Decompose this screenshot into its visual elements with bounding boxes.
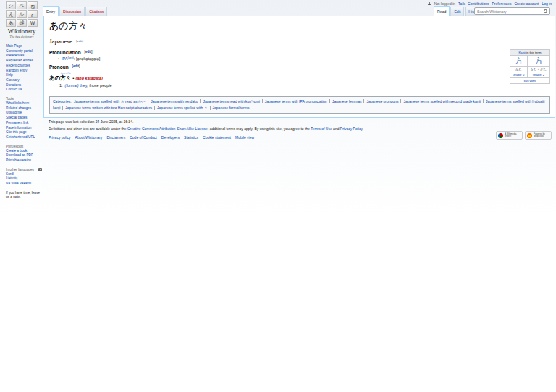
- talk-link[interactable]: Talk: [458, 1, 465, 6]
- category-link[interactable]: Japanese terms read with kun’yomi: [203, 99, 259, 103]
- cc-license-link[interactable]: Creative Commons Attribution-ShareAlike …: [127, 127, 208, 131]
- sidebar-item-printable-version[interactable]: Printable version: [6, 158, 42, 163]
- formal-label-link[interactable]: (formal): [65, 83, 79, 88]
- kanji-yomi: kun’yomi: [510, 78, 550, 84]
- pronunciation-heading: Pronunciation: [49, 50, 81, 55]
- sidebar-language-lietuviu[interactable]: Lietuvių: [6, 176, 42, 182]
- edit-section-japanese[interactable]: [edit]: [76, 39, 83, 43]
- gloss-they-link[interactable]: they: [80, 83, 87, 88]
- sidebar-item-cite-this-page[interactable]: Cite this page: [6, 130, 42, 135]
- search-icon[interactable]: [543, 9, 548, 14]
- footer-code-of-conduct-link[interactable]: Code of Conduct: [130, 135, 157, 140]
- last-edited-text: This page was last edited on 24 June 202…: [49, 119, 551, 124]
- footer-statistics-link[interactable]: Statistics: [184, 135, 198, 140]
- logo-tile: W: [28, 19, 38, 27]
- sidebar-item-download-as-pdf[interactable]: Download as PDF: [6, 153, 42, 158]
- sidebar-item-what-links-here[interactable]: What links here: [6, 101, 42, 106]
- tab-edit[interactable]: Edit: [450, 7, 464, 16]
- wikimedia-icon: [498, 133, 503, 138]
- category-link[interactable]: Japanese terms spelled with second grade…: [403, 99, 480, 103]
- contributions-link[interactable]: Contributions: [468, 1, 489, 6]
- edit-section-pronoun[interactable]: [edit]: [72, 64, 80, 68]
- category-link[interactable]: Japanese terms with rendaku: [151, 99, 198, 103]
- sidebar-item-random-entry[interactable]: Random entry: [6, 69, 42, 74]
- sidebar-item-permanent-link[interactable]: Permanent link: [6, 121, 42, 126]
- kanji-link[interactable]: Kanji: [519, 51, 526, 54]
- language-heading: Japanese: [49, 38, 72, 45]
- logo-wordmark[interactable]: Wiktionary: [0, 27, 43, 35]
- sidebar-language-kurdi[interactable]: Kurdî: [6, 172, 42, 177]
- headword-kanji-ruby: 々がた: [66, 74, 72, 81]
- ipa-value: [a̠no̞ka̠ta̠ɡa̠ta̠]: [76, 56, 100, 61]
- sidebar-item-recent-changes[interactable]: Recent changes: [6, 64, 42, 69]
- sidebar-item-create-a-book[interactable]: Create a book: [6, 149, 42, 154]
- sidebar-item-upload-file[interactable]: Upload file: [6, 111, 42, 116]
- search-input[interactable]: [475, 9, 543, 14]
- grade-2-link[interactable]: Grade: 2: [533, 73, 544, 77]
- sidebar-item-donations[interactable]: Donations: [6, 83, 42, 88]
- category-link[interactable]: Japanese lemmas: [332, 99, 362, 103]
- tab-citations[interactable]: Citations: [85, 7, 107, 16]
- privacy-policy-link[interactable]: Privacy Policy: [340, 127, 363, 131]
- kanji-grade-1: Grade: 2: [510, 72, 528, 78]
- ipa-key-link[interactable]: (key): [67, 56, 73, 59]
- romaji-link[interactable]: (ano katagata): [75, 76, 102, 80]
- sidebar-item-main-page[interactable]: Main Page: [6, 44, 42, 49]
- wikimedia-badge[interactable]: A Wikimediaproject: [496, 131, 523, 140]
- sidebar-item-get-shortened-url[interactable]: Get shortened URL: [6, 135, 42, 140]
- kanji-1-link[interactable]: 方: [515, 56, 523, 65]
- footer-disclaimers-link[interactable]: Disclaimers: [106, 135, 125, 140]
- sidebar-item-help[interactable]: Help: [6, 73, 42, 78]
- category-link[interactable]: Japanese terms spelled with 方 read as かた: [74, 99, 146, 103]
- edit-section-pronunciation[interactable]: [edit]: [85, 50, 93, 54]
- footer-privacy-policy-link[interactable]: Privacy policy: [49, 135, 71, 140]
- kanji-reading-1: かた: [510, 67, 528, 72]
- headword-line: あの方かた々がた•(ano katagata): [49, 72, 550, 82]
- categories-box: Categories: Japanese terms spelled with …: [49, 96, 550, 114]
- sidebar-item-preferences[interactable]: Preferences: [6, 54, 42, 59]
- mediawiki-badge[interactable]: Powered byMediaWiki: [525, 131, 552, 140]
- category-link[interactable]: Japanese pronouns: [366, 99, 398, 103]
- footer-developers-link[interactable]: Developers: [161, 135, 180, 140]
- tab-read[interactable]: Read: [434, 6, 450, 16]
- language-settings-gear-icon[interactable]: [38, 168, 42, 171]
- sidebar-item-page-information[interactable]: Page information: [6, 126, 42, 131]
- tab-discussion[interactable]: Discussion: [59, 7, 85, 16]
- category-link[interactable]: Japanese terms spelled with 々: [157, 106, 207, 110]
- terms-of-use-link[interactable]: Terms of Use: [311, 127, 332, 131]
- logo-tile: 维: [17, 19, 27, 27]
- page-title: あの方々: [49, 18, 550, 35]
- sidebar-item-contact-us[interactable]: Contact us: [6, 88, 42, 93]
- page-tabs-left: Entry Discussion Citations: [43, 7, 108, 16]
- category-link[interactable]: Japanese terms with IPA pronunciation: [265, 99, 327, 103]
- sidebar-language-na-vosa-vakaviti[interactable]: Na Vosa Vakaviti: [6, 182, 42, 187]
- sidebar-item-special-pages[interactable]: Special pages: [6, 116, 42, 121]
- sidebar-item-requested-entries[interactable]: Requested entries: [6, 59, 42, 64]
- kunyomi-link[interactable]: kun’yomi: [524, 79, 536, 82]
- wiktionary-logo[interactable]: シ ペ ஜ え ル ح あ 维 W: [6, 1, 39, 27]
- create-account-link[interactable]: Create account: [514, 1, 539, 6]
- sidebar-item-related-changes[interactable]: Related changes: [6, 106, 42, 111]
- category-link[interactable]: Japanese formal terms: [213, 106, 250, 110]
- tab-entry[interactable]: Entry: [43, 6, 59, 16]
- footer-about-link[interactable]: About Wiktionary: [75, 135, 103, 140]
- sidebar-item-community-portal[interactable]: Community portal: [6, 49, 42, 54]
- license-text: Definitions and other text are available…: [49, 127, 551, 132]
- sidebar-item-glossary[interactable]: Glossary: [6, 78, 42, 83]
- logo-tile: シ: [6, 1, 16, 9]
- grade-1-link[interactable]: Grade: 2: [513, 73, 524, 77]
- article-content: あの方々 Japanese [edit] Kanji in this term …: [43, 16, 555, 118]
- category-link[interactable]: Japanese terms written with two Han scri…: [65, 106, 152, 110]
- kanji-grade-2: Grade: 2: [528, 72, 550, 78]
- preferences-link[interactable]: Preferences: [492, 1, 511, 6]
- edit-link[interactable]: edit: [73, 64, 79, 68]
- footer-cookie-statement-link[interactable]: Cookie statement: [203, 135, 231, 140]
- footer-links: Privacy policy About Wiktionary Disclaim…: [49, 135, 551, 140]
- mediawiki-icon: [527, 133, 532, 138]
- kanji-2-link[interactable]: 方: [535, 56, 543, 65]
- logo-tile: ஜ: [28, 1, 38, 9]
- categories-label-link[interactable]: Categories: [53, 99, 70, 103]
- footer-mobile-view-link[interactable]: Mobile view: [235, 135, 254, 140]
- edit-link[interactable]: edit: [85, 50, 91, 54]
- login-link[interactable]: Log in: [542, 1, 552, 6]
